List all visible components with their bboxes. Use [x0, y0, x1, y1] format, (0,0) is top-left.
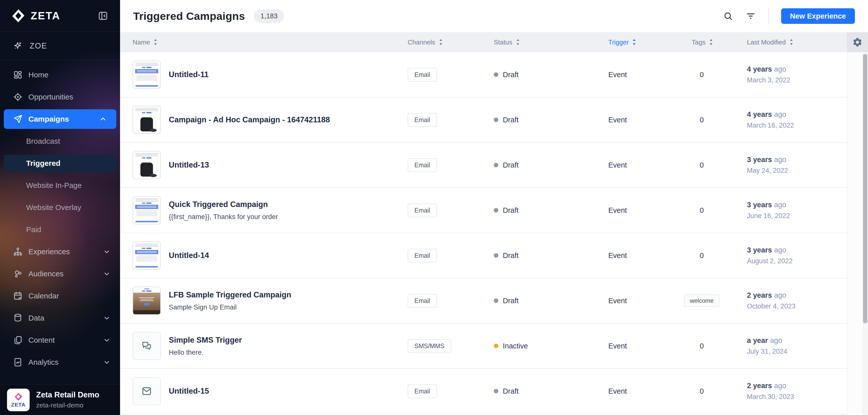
column-label: Trigger: [608, 38, 629, 46]
status-dot-draft: [494, 118, 498, 122]
sidebar-item-analytics[interactable]: Analytics: [0, 351, 120, 373]
table-row[interactable]: Untitled-13EmailDraftEvent03 years agoMa…: [120, 143, 868, 188]
sidebar-item-broadcast[interactable]: Broadcast: [0, 130, 120, 152]
table-row[interactable]: Quick Triggered Campaign{{first_name}}, …: [120, 188, 868, 233]
sidebar-item-campaigns[interactable]: Campaigns: [4, 109, 116, 129]
modified-relative: 4 years: [747, 65, 772, 73]
modified-date: August 2, 2022: [747, 257, 846, 265]
status-dot-inactive: [494, 344, 498, 348]
cell-name: Untitled-13: [120, 151, 408, 179]
sidebar-item-audiences[interactable]: Audiences: [0, 263, 120, 285]
search-button[interactable]: [722, 10, 734, 22]
sidebar-item-paid[interactable]: Paid: [0, 218, 120, 241]
cell-tags: 0: [684, 251, 747, 260]
modified-date: May 24, 2022: [747, 167, 846, 175]
campaign-subtitle: {{first_name}}, Thanks for your order: [169, 213, 278, 221]
sidebar-item-label: Experiences: [28, 247, 70, 256]
cell-name: Untitled-14: [120, 241, 408, 270]
workspace-switcher[interactable]: ZETA Zeta Retail Demo zeta-retail-demo: [0, 384, 120, 415]
column-header-tags[interactable]: Tags: [684, 38, 747, 46]
cell-status: Inactive: [494, 342, 608, 350]
tags-count: 0: [700, 251, 704, 260]
sort-icon: [438, 38, 443, 46]
modified-ago: ago: [772, 291, 786, 299]
status-label: Draft: [503, 206, 519, 214]
topbar: Triggered Campaigns 1,183 New Experience: [120, 0, 868, 32]
cell-name: Quick Triggered Campaign{{first_name}}, …: [120, 196, 408, 224]
column-header-name[interactable]: Name: [120, 38, 408, 46]
table-row[interactable]: Simple SMS TriggerHello there.SMS/MMSIna…: [120, 324, 868, 369]
sort-icon: [632, 38, 637, 46]
tags-count: 0: [700, 116, 704, 124]
channel-chip: Email: [408, 113, 437, 127]
status-label: Inactive: [503, 342, 528, 350]
column-header-channels[interactable]: Channels: [408, 38, 494, 46]
chevron-up-icon: [99, 115, 107, 123]
cell-status: Draft: [494, 116, 608, 124]
cell-last-modified: 4 years agoMarch 16, 2022: [747, 110, 846, 129]
sidebar-item-data[interactable]: Data: [0, 307, 120, 329]
zeta-color-diamond-icon: [14, 392, 23, 401]
cell-trigger: Event: [608, 116, 684, 124]
cell-channels: Email: [408, 384, 494, 398]
modified-relative: a year: [747, 336, 768, 345]
table-row[interactable]: Untitled-15EmailDraftEvent02 years agoMa…: [120, 369, 868, 414]
filter-button[interactable]: [745, 10, 756, 22]
table-settings-button[interactable]: [847, 32, 868, 52]
cell-channels: Email: [408, 249, 494, 263]
sidebar-item-home[interactable]: Home: [0, 64, 120, 86]
target-icon: [13, 92, 23, 102]
campaign-name: Simple SMS Trigger: [169, 336, 242, 345]
modified-date: March 3, 2022: [747, 77, 846, 84]
sidebar-item-website-overlay[interactable]: Website Overlay: [0, 197, 120, 218]
sidebar-item-experiences[interactable]: Experiences: [0, 241, 120, 263]
cell-channels: SMS/MMS: [408, 339, 494, 353]
sidebar-item-zoe[interactable]: ZOE: [0, 32, 120, 60]
pages-icon: [13, 335, 23, 345]
sidebar-item-label: Content: [28, 336, 55, 345]
column-header-trigger[interactable]: Trigger: [608, 38, 684, 46]
cell-status: Draft: [494, 206, 608, 214]
tags-count: 0: [700, 70, 704, 79]
cell-last-modified: 2 years agoMarch 30, 2023: [747, 382, 846, 401]
cell-tags: 0: [684, 342, 747, 350]
name-wrap: Untitled-11: [169, 70, 209, 79]
campaign-subtitle: Sample Sign Up Email: [169, 303, 291, 311]
scrollbar-thumb[interactable]: [863, 54, 867, 323]
column-label: Tags: [692, 38, 706, 46]
workspace-info: Zeta Retail Demo zeta-retail-demo: [36, 390, 99, 409]
name-wrap: Quick Triggered Campaign{{first_name}}, …: [169, 200, 278, 221]
cell-last-modified: 3 years agoAugust 2, 2022: [747, 246, 846, 265]
modified-date: October 4, 2023: [747, 302, 846, 310]
new-experience-button[interactable]: New Experience: [781, 8, 855, 24]
table-row[interactable]: Campaign - Ad Hoc Campaign - 1647421188E…: [120, 97, 868, 143]
table-row[interactable]: LFB Sample Triggered CampaignSample Sign…: [120, 278, 868, 324]
sidebar-item-opportunities[interactable]: Opportunities: [0, 86, 120, 108]
sidebar-collapse-button[interactable]: [97, 10, 109, 22]
sidebar-item-calendar[interactable]: Calendar: [0, 285, 120, 307]
search-icon: [723, 11, 733, 21]
sidebar-item-website-in-page[interactable]: Website In-Page: [0, 174, 120, 197]
sidebar-item-label: Broadcast: [26, 137, 60, 145]
column-label: Status: [494, 38, 513, 46]
cell-trigger: Event: [608, 206, 684, 214]
send-icon: [13, 114, 23, 124]
campaign-thumbnail: [133, 377, 161, 405]
sidebar-item-triggered[interactable]: Triggered: [4, 155, 116, 172]
topbar-actions: New Experience: [722, 8, 855, 24]
table-row[interactable]: Untitled-14EmailDraftEvent03 years agoAu…: [120, 233, 868, 278]
campaign-name: Untitled-11: [169, 70, 209, 79]
brand-text: ZETA: [31, 10, 61, 22]
cell-tags: welcome: [684, 294, 747, 307]
modified-relative: 4 years: [747, 110, 772, 118]
table-row[interactable]: Untitled-11EmailDraftEvent04 years agoMa…: [120, 52, 868, 97]
status-label: Draft: [503, 70, 519, 79]
column-header-status[interactable]: Status: [494, 38, 608, 46]
sidebar-item-content[interactable]: Content: [0, 329, 120, 351]
chevron-down-icon: [102, 314, 111, 322]
chevron-down-icon: [102, 247, 111, 256]
modified-ago: ago: [772, 382, 786, 390]
cell-trigger: Event: [608, 70, 684, 79]
column-header-modified[interactable]: Last Modified: [747, 38, 846, 46]
sidebar-item-label: Triggered: [26, 159, 61, 168]
